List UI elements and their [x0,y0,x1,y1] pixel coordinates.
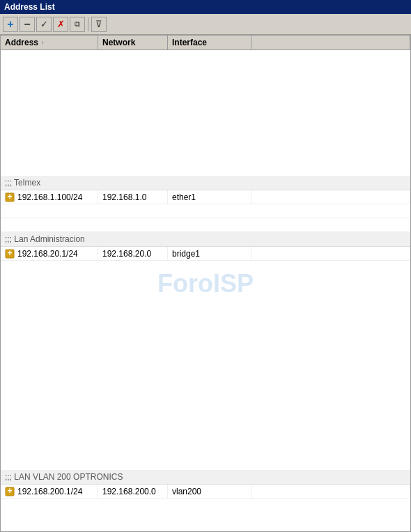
cell-interface: vlan200 [168,485,251,498]
section-telmex: ;;; Telmex [1,176,410,190]
remove-button[interactable]: − [20,17,35,32]
add-button[interactable]: + [3,17,18,32]
address-icon: + [5,249,15,259]
large-spacer [1,261,410,470]
column-network[interactable]: Network [98,36,168,50]
table-row[interactable]: + 192.168.1.100/24 192.168.1.0 ether1 [1,190,410,204]
column-extra [251,36,410,50]
content-area: ForoISP Address ↑ Network Interface ;;; … [0,35,411,532]
uncheck-button[interactable]: ✗ [53,17,68,32]
cell-network: 192.168.20.0 [98,247,168,260]
svg-text:+: + [7,192,12,202]
cell-extra [251,190,410,204]
spacer-row-2 [1,218,410,232]
check-button[interactable]: ✓ [36,17,52,32]
section-lan-admin: ;;; Lan Administracion [1,232,410,247]
toolbar: + − ✓ ✗ ⧉ ⊽ [0,14,411,35]
spacer-row-1 [1,204,410,218]
cell-address: + 192.168.20.1/24 [1,247,98,260]
cell-extra [251,485,410,498]
column-address[interactable]: Address ↑ [1,36,98,50]
cell-network: 192.168.1.0 [98,190,168,204]
toolbar-separator [88,17,88,31]
title-label: Address List [4,2,55,12]
section-vlan200: ;;; LAN VLAN 200 OPTRONICS [1,470,410,485]
sort-arrow-address: ↑ [41,40,44,46]
cell-interface: ether1 [168,190,251,204]
title-bar: Address List [0,0,411,14]
svg-text:+: + [7,249,12,258]
cell-address: + 192.168.1.100/24 [1,190,98,204]
table-row[interactable]: + 192.168.20.1/24 192.168.20.0 bridge1 [1,247,410,261]
address-icon: + [5,487,15,496]
svg-text:+: + [7,487,12,496]
cell-address: + 192.168.200.1/24 [1,485,98,498]
table-row[interactable]: + 192.168.200.1/24 192.168.200.0 vlan200 [1,485,410,499]
cell-network: 192.168.200.0 [98,485,168,498]
table-header: Address ↑ Network Interface [1,36,410,50]
cell-interface: bridge1 [168,247,251,260]
cell-extra [251,247,410,260]
filter-button[interactable]: ⊽ [91,17,107,32]
address-icon: + [5,192,15,202]
copy-button[interactable]: ⧉ [70,17,85,32]
column-interface[interactable]: Interface [168,36,251,50]
empty-space-top [1,50,410,176]
